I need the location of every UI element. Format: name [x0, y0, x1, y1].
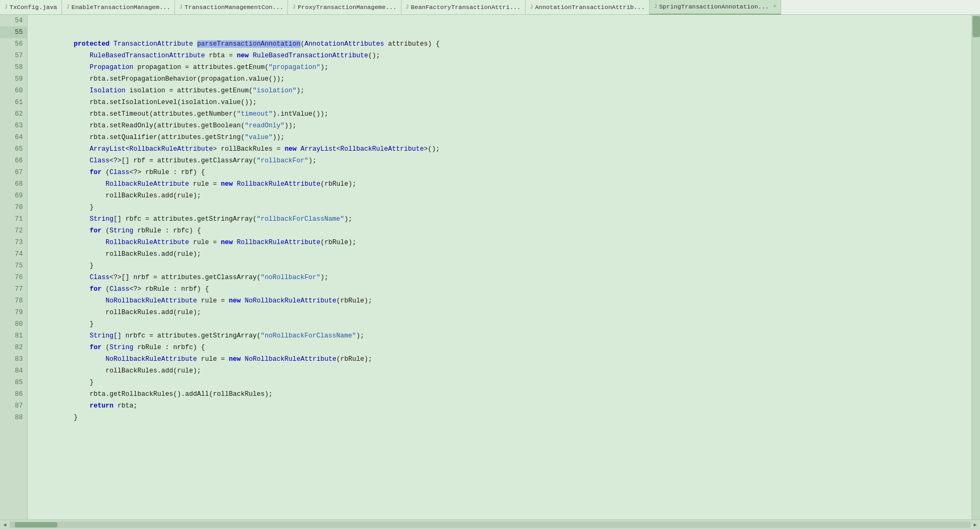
tab-springtx[interactable]: J SpringTransactionAnnotation... × [650, 0, 781, 15]
code-line-70: String[] rbfc = attributes.getStringArra… [34, 202, 972, 213]
tab-icon-annotationtx: J [530, 4, 533, 10]
line-num-56: 56 [0, 38, 27, 50]
line-num-67: 67 [0, 167, 27, 178]
line-num-57: 57 [0, 50, 27, 62]
bottom-scrollbar-bar: ◀ ▶ [0, 519, 980, 529]
line-num-86: 86 [0, 388, 27, 400]
line-num-87: 87 [0, 400, 27, 412]
tab-icon-txmgmtcon: J [179, 4, 182, 10]
line-num-88: 88 [0, 412, 27, 423]
line-num-85: 85 [0, 377, 27, 388]
line-num-78: 78 [0, 295, 27, 307]
line-num-55: 55 [0, 27, 27, 38]
line-num-64: 64 [0, 132, 27, 143]
code-line-55: protected TransactionAttribute parseTran… [34, 27, 972, 38]
line-num-63: 63 [0, 120, 27, 132]
line-num-60: 60 [0, 85, 27, 97]
vertical-scrollbar[interactable] [972, 15, 980, 519]
tab-txmgmtcon[interactable]: J TransactionManagementCon... [175, 0, 288, 15]
line-num-75: 75 [0, 260, 27, 272]
code-container: 54 55 56 57 58 59 60 61 62 63 64 65 66 6… [0, 15, 980, 519]
line-num-54: 54 [0, 15, 27, 27]
scroll-right-arrow[interactable]: ▶ [973, 522, 978, 528]
line-numbers: 54 55 56 57 58 59 60 61 62 63 64 65 66 6… [0, 15, 28, 519]
line-num-59: 59 [0, 73, 27, 85]
line-num-72: 72 [0, 225, 27, 237]
tab-annotationtx[interactable]: J AnnotationTransactionAttrib... [526, 0, 650, 15]
line-num-68: 68 [0, 178, 27, 190]
line-num-61: 61 [0, 97, 27, 108]
code-line-87: } [34, 400, 972, 412]
line-num-65: 65 [0, 143, 27, 155]
code-line-80: String[] nrbfc = attributes.getStringArr… [34, 318, 972, 330]
tab-enable[interactable]: J EnableTransactionManagem... [62, 0, 175, 15]
line-num-82: 82 [0, 342, 27, 353]
line-num-81: 81 [0, 330, 27, 342]
code-line-54 [34, 15, 972, 27]
tab-bar: J TxConfig.java J EnableTransactionManag… [0, 0, 980, 15]
line-num-80: 80 [0, 318, 27, 330]
tab-proxytx[interactable]: J ProxyTransactionManageme... [288, 0, 401, 15]
line-num-84: 84 [0, 365, 27, 377]
tab-txconfig[interactable]: J TxConfig.java [0, 0, 62, 15]
code-editor[interactable]: protected TransactionAttribute parseTran… [28, 15, 972, 519]
h-scrollbar-thumb[interactable] [15, 522, 57, 527]
line-num-69: 69 [0, 190, 27, 202]
line-num-70: 70 [0, 202, 27, 213]
line-num-76: 76 [0, 272, 27, 283]
line-num-62: 62 [0, 108, 27, 120]
tab-icon-enable: J [66, 4, 69, 10]
line-num-71: 71 [0, 213, 27, 225]
horizontal-scrollbar[interactable] [10, 522, 970, 528]
code-line-85: rbta.getRollbackRules().addAll(rollBackR… [34, 377, 972, 388]
line-num-74: 74 [0, 248, 27, 260]
line-num-83: 83 [0, 353, 27, 365]
tab-beanfactory[interactable]: J BeanFactoryTransactionAttri... [401, 0, 526, 15]
scrollbar-thumb[interactable] [973, 16, 980, 37]
line-num-77: 77 [0, 283, 27, 295]
scroll-left-arrow[interactable]: ◀ [2, 522, 7, 528]
tab-close-springtx[interactable]: × [773, 4, 776, 10]
line-num-58: 58 [0, 62, 27, 73]
line-num-79: 79 [0, 307, 27, 318]
line-num-73: 73 [0, 237, 27, 248]
line-num-66: 66 [0, 155, 27, 167]
code-line-88 [34, 412, 972, 423]
code-line-75: Class<?>[] nrbf = attributes.getClassArr… [34, 260, 972, 272]
tab-icon-txconfig: J [4, 4, 7, 10]
tab-icon-beanfactory: J [406, 4, 409, 10]
tab-icon-proxytx: J [292, 4, 295, 10]
tab-icon-springtx: J [654, 4, 657, 10]
